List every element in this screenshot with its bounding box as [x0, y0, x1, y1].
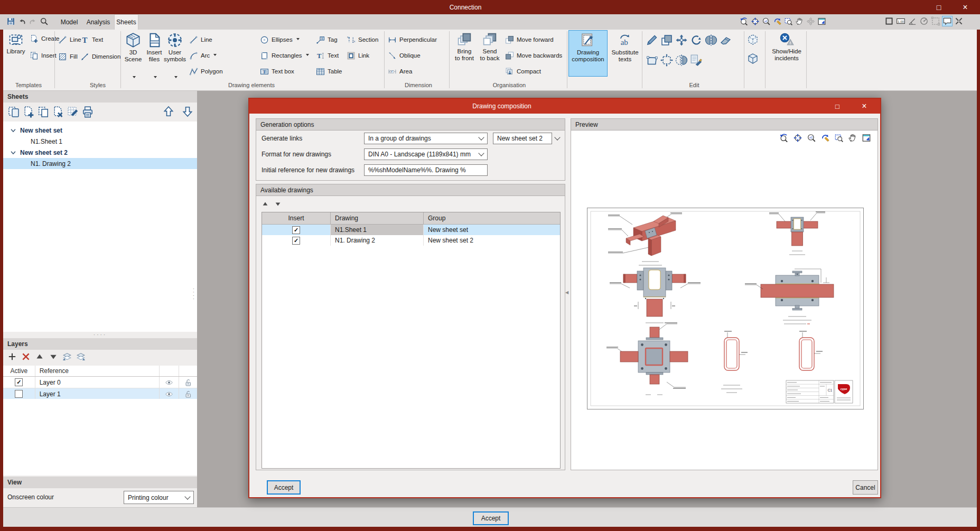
textbox-tool-button[interactable]: TText box [260, 66, 294, 77]
scale-object-icon[interactable] [660, 54, 673, 67]
tree-item-drawing-2[interactable]: N1. Drawing 2 [3, 158, 197, 169]
bring-to-front-button[interactable]: Bringto front [452, 31, 477, 62]
window-close-button[interactable]: × [954, 0, 976, 14]
generate-links-select[interactable]: In a group of drawings [364, 133, 488, 144]
close-tools-icon[interactable] [954, 16, 964, 26]
redo-icon[interactable] [29, 17, 38, 26]
zoom-window-icon[interactable] [834, 133, 844, 143]
create-template-button[interactable]: Create [30, 33, 60, 44]
dimension-style-button[interactable]: Dimension [80, 51, 120, 62]
dialog-maximize-button[interactable]: □ [829, 99, 845, 114]
line-style-button[interactable]: Line [58, 34, 81, 45]
move-object-icon[interactable] [675, 34, 688, 46]
mirror-copy-icon[interactable] [675, 54, 688, 67]
eraser-icon[interactable] [720, 34, 732, 46]
sheet-edit-icon[interactable] [67, 106, 79, 118]
available-row-1[interactable]: N1. Drawing 2 New sheet set 2 [262, 235, 560, 246]
delete-red-icon[interactable] [21, 352, 31, 361]
sidebar-splitter[interactable]: ···· [191, 288, 197, 301]
onscreen-colour-select[interactable]: Printing colour [124, 491, 194, 504]
cube-dashed-icon[interactable] [747, 34, 759, 45]
drawing-composition-button[interactable]: Drawingcomposition [568, 30, 608, 77]
3d-scene-dropdown-arrow[interactable] [133, 76, 136, 80]
layer-row-0[interactable]: Layer 0 [3, 377, 197, 388]
tri-down-icon[interactable] [274, 200, 282, 208]
tri-up-icon[interactable] [35, 352, 44, 361]
line-tool-button[interactable]: Line [189, 34, 212, 45]
sheet-copy-icon[interactable] [37, 106, 50, 118]
sheet-delete-icon[interactable] [52, 106, 64, 118]
window-maximize-button[interactable]: □ [931, 0, 947, 14]
sheet-set-new-icon[interactable] [7, 106, 20, 118]
tag-tool-button[interactable]: TTag [316, 34, 338, 45]
tree-item-sheet-1[interactable]: N1.Sheet 1 [3, 136, 197, 147]
library-button[interactable]: Library [4, 31, 27, 55]
polygon-tool-button[interactable]: Polygon [189, 66, 223, 77]
sheet-set-dropdown-icon[interactable] [554, 134, 560, 140]
arrow-up-outline-icon[interactable] [163, 106, 174, 117]
cube-solid-icon[interactable] [747, 53, 759, 64]
text-style-button[interactable]: TText [80, 34, 103, 45]
zoom-previous-icon[interactable] [779, 133, 789, 143]
arc-tool-button[interactable]: Arc [189, 50, 217, 61]
chevron-down-icon[interactable] [10, 127, 17, 134]
fit-window-icon[interactable] [862, 133, 871, 143]
insert-checkbox[interactable] [292, 226, 300, 234]
zoom-scale-icon[interactable]: x2 [762, 17, 771, 26]
dialog-close-button[interactable]: × [854, 99, 875, 114]
tab-model[interactable]: Model [56, 14, 82, 30]
zoom-scale-icon[interactable]: x2 [807, 133, 816, 143]
pan-icon[interactable] [795, 17, 804, 26]
table-tool-button[interactable]: Table [316, 66, 342, 77]
ellipses-tool-button[interactable]: Ellipses [260, 34, 300, 45]
lock-icon[interactable] [184, 390, 192, 398]
tree-item-sheet-set-1[interactable]: New sheet set [3, 125, 197, 136]
visibility-icon[interactable] [165, 378, 173, 387]
undo-icon[interactable] [17, 17, 26, 26]
perpendicular-dim-button[interactable]: Perpendicular [388, 34, 437, 45]
pan-icon[interactable] [848, 133, 857, 143]
chevron-down-icon[interactable] [10, 149, 17, 156]
redraw-icon[interactable] [820, 133, 830, 143]
comment-icon[interactable] [942, 16, 952, 26]
substitute-texts-button[interactable]: ab Substitutetexts [609, 31, 641, 63]
save-icon[interactable] [6, 17, 15, 26]
available-row-0[interactable]: N1.Sheet 1 New sheet set [262, 225, 560, 235]
rectangles-tool-button[interactable]: Rectangles [260, 50, 309, 61]
initial-reference-input[interactable]: %%shModelName%%. Drawing % [364, 164, 488, 176]
zoom-extents-icon[interactable] [751, 17, 760, 26]
zoom-previous-icon[interactable] [740, 17, 749, 26]
edit-polygon-icon[interactable] [646, 54, 658, 67]
move-forward-button[interactable]: Move forward [505, 34, 554, 45]
selection-box-icon[interactable] [931, 16, 940, 26]
accept-button-main[interactable]: Accept [473, 511, 509, 525]
dialog-splitter-arrow[interactable]: ◀ [565, 290, 568, 295]
insert-checkbox[interactable] [292, 237, 300, 245]
scale-1-icon[interactable]: 1.00 [896, 16, 906, 26]
show-hide-incidents-button[interactable]: ! Show/Hideincidents [768, 31, 805, 62]
accept-button-dialog[interactable]: Accept [267, 480, 301, 495]
move-view-icon[interactable] [806, 17, 815, 26]
redraw-icon[interactable] [773, 17, 782, 26]
format-painter-icon[interactable] [690, 54, 703, 67]
search-icon[interactable] [40, 17, 49, 26]
section-tool-button[interactable]: ssSection [347, 34, 378, 45]
layer-back-icon[interactable] [62, 352, 72, 361]
user-symbols-dropdown-arrow[interactable] [174, 76, 178, 80]
print-icon[interactable] [81, 106, 94, 118]
insert-template-button[interactable]: Insert [30, 50, 57, 61]
oblique-dim-button[interactable]: Oblique [388, 50, 421, 61]
text-tool-button[interactable]: TText [316, 50, 339, 61]
insert-files-button[interactable]: Insertfiles [144, 31, 165, 63]
mirror-object-icon[interactable] [705, 34, 717, 46]
format-select[interactable]: DIN A0 - Landscape (1189x841) mm [364, 148, 488, 160]
arrow-down-outline-icon[interactable] [182, 106, 193, 117]
sheet-set-combo-input[interactable]: New sheet set 2 [493, 133, 552, 144]
circle-radius-icon[interactable] [919, 16, 929, 26]
lock-icon[interactable] [184, 378, 192, 387]
link-tool-button[interactable]: Link [347, 50, 369, 61]
fill-style-button[interactable]: Fill [58, 51, 78, 62]
protractor-icon[interactable] [908, 16, 917, 26]
panel-splitter[interactable]: ···· [3, 333, 197, 337]
insert-files-dropdown-arrow[interactable] [154, 76, 157, 80]
